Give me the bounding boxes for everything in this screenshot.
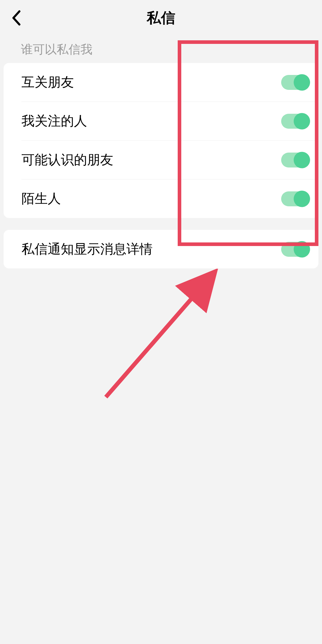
toggle-show-message-details[interactable] [281, 242, 309, 257]
toggle-knob [294, 241, 310, 257]
toggle-knob [294, 152, 310, 168]
toggle-knob [294, 190, 310, 207]
toggle-following[interactable] [281, 114, 309, 129]
toggle-knob [294, 74, 310, 90]
back-button[interactable] [9, 10, 24, 25]
setting-label: 私信通知显示消息详情 [21, 240, 153, 258]
annotation-arrow [100, 269, 219, 403]
setting-row-following: 我关注的人 [21, 102, 318, 140]
setting-row-strangers: 陌生人 [21, 179, 318, 218]
toggle-mutual-friends[interactable] [281, 75, 309, 90]
settings-group-notification: 私信通知显示消息详情 [4, 230, 318, 268]
navigation-bar: 私信 [0, 0, 322, 36]
setting-label: 陌生人 [21, 190, 61, 208]
toggle-possible-friends[interactable] [281, 153, 309, 167]
setting-label: 互关朋友 [21, 73, 74, 91]
settings-group-who-can-dm: 互关朋友 我关注的人 可能认识的朋友 陌生人 [4, 63, 318, 218]
setting-label: 我关注的人 [21, 112, 87, 130]
setting-label: 可能认识的朋友 [21, 151, 113, 169]
setting-row-possible-friends: 可能认识的朋友 [21, 140, 318, 179]
toggle-strangers[interactable] [281, 191, 309, 206]
section-spacer [0, 218, 322, 230]
setting-row-show-message-details: 私信通知显示消息详情 [4, 230, 318, 268]
page-title: 私信 [0, 8, 322, 27]
setting-row-mutual-friends: 互关朋友 [4, 63, 318, 102]
svg-line-1 [106, 281, 207, 397]
toggle-knob [294, 113, 310, 129]
chevron-left-icon [12, 10, 21, 26]
section-label-who-can-dm: 谁可以私信我 [0, 36, 322, 63]
